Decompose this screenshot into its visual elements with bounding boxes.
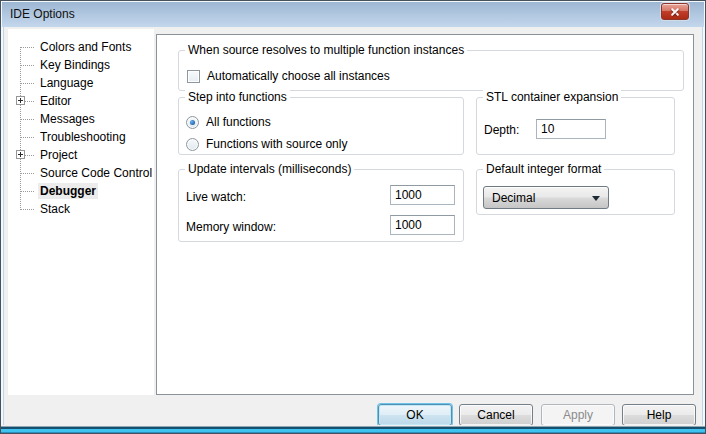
titlebar[interactable]: IDE Options (2, 2, 704, 27)
group-step-into-functions: Step into functions All functions Functi… (178, 97, 464, 155)
help-button[interactable]: Help (622, 404, 696, 426)
sidebar-item-label: Key Bindings (38, 57, 112, 73)
sidebar-item-label: Troubleshooting (38, 129, 128, 145)
sidebar-item-label: Project (38, 147, 79, 163)
live-watch-label: Live watch: (186, 190, 246, 204)
sidebar-item-troubleshooting[interactable]: Troubleshooting (8, 128, 154, 146)
group-title: STL container expansion (483, 90, 621, 104)
combo-selected-value: Decimal (484, 191, 535, 205)
depth-label: Depth: (484, 123, 519, 137)
dialog-window: IDE Options Colors and Fonts Key Binding… (0, 0, 706, 434)
window-bottom-edge (1, 425, 705, 433)
close-button[interactable] (661, 3, 689, 20)
checkbox-unchecked-icon[interactable] (187, 70, 200, 83)
group-multiple-function-instances: When source resolves to multiple functio… (178, 50, 684, 91)
close-icon (662, 4, 688, 19)
ok-button[interactable]: OK (378, 404, 452, 426)
radio-label: All functions (206, 115, 271, 129)
radio-selected-icon[interactable] (186, 116, 199, 129)
radio-functions-with-source-only[interactable]: Functions with source only (186, 137, 347, 151)
group-title: Step into functions (185, 90, 290, 104)
group-stl-container-expansion: STL container expansion Depth: (476, 97, 675, 155)
checkbox-label: Automatically choose all instances (207, 69, 390, 83)
sidebar-item-label: Debugger (38, 183, 98, 199)
sidebar-item-editor[interactable]: Editor (8, 92, 154, 110)
sidebar-item-project[interactable]: Project (8, 146, 154, 164)
sidebar-item-key-bindings[interactable]: Key Bindings (8, 56, 154, 74)
radio-label: Functions with source only (206, 137, 347, 151)
radio-unselected-icon[interactable] (186, 138, 199, 151)
group-default-integer-format: Default integer format Decimal (476, 169, 675, 215)
group-title: Default integer format (483, 162, 604, 176)
apply-button[interactable]: Apply (541, 404, 615, 426)
group-title: When source resolves to multiple functio… (185, 43, 467, 57)
sidebar-item-colors-and-fonts[interactable]: Colors and Fonts (8, 38, 154, 56)
live-watch-input[interactable] (390, 185, 455, 205)
sidebar-item-stack[interactable]: Stack (8, 200, 154, 218)
chevron-down-icon (592, 196, 600, 201)
sidebar-item-label: Messages (38, 111, 97, 127)
sidebar-item-source-code-control[interactable]: Source Code Control (8, 164, 154, 182)
group-title: Update intervals (milliseconds) (185, 162, 354, 176)
sidebar-item-language[interactable]: Language (8, 74, 154, 92)
integer-format-select[interactable]: Decimal (483, 186, 609, 209)
window-title: IDE Options (10, 2, 75, 27)
group-update-intervals: Update intervals (milliseconds) Live wat… (178, 169, 464, 242)
sidebar-item-messages[interactable]: Messages (8, 110, 154, 128)
sidebar-item-label: Colors and Fonts (38, 39, 133, 55)
sidebar-item-label: Source Code Control (38, 165, 154, 181)
sidebar-item-debugger[interactable]: Debugger (8, 182, 154, 200)
tree-expand-plus-icon[interactable] (16, 150, 25, 159)
debugger-options-panel: When source resolves to multiple functio… (156, 34, 694, 395)
radio-all-functions[interactable]: All functions (186, 115, 271, 129)
options-category-tree: Colors and Fonts Key Bindings Language E… (8, 29, 154, 395)
depth-input[interactable] (536, 119, 606, 139)
memory-window-label: Memory window: (186, 220, 276, 234)
sidebar-item-label: Editor (38, 93, 73, 109)
sidebar-item-label: Stack (38, 201, 72, 217)
memory-window-input[interactable] (390, 215, 455, 235)
cancel-button[interactable]: Cancel (459, 404, 533, 426)
auto-choose-instances-row[interactable]: Automatically choose all instances (187, 69, 390, 83)
tree-expand-plus-icon[interactable] (16, 96, 25, 105)
sidebar-item-label: Language (38, 75, 95, 91)
